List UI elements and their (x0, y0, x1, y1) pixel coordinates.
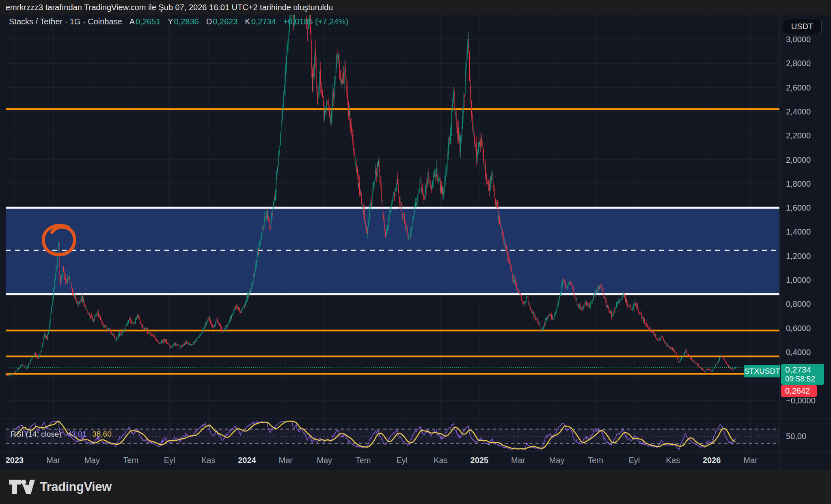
down-candle-bodies (6, 0, 735, 375)
price-tick-label: 1,4000 (786, 227, 811, 236)
time-tick-label: 2025 (471, 456, 489, 465)
time-tick-label: Mar (511, 456, 525, 465)
price-tick-label: 2,0000 (786, 155, 811, 164)
time-tick-label: 2024 (238, 456, 256, 465)
price-tick-label: 0,8000 (786, 299, 811, 308)
time-tick-label: 2026 (703, 456, 721, 465)
price-tick-label: 2,4000 (786, 107, 811, 116)
tradingview-logo[interactable]: TradingView (9, 480, 112, 494)
time-axis[interactable]: 2023MarMayTemEylKas2024MarMayTemEylKas20… (6, 456, 758, 465)
symbol-price-tag: STXUSDT (744, 365, 780, 377)
time-tick-label: Eyl (396, 456, 408, 465)
rsi-scale-label: 50,00 (786, 432, 806, 441)
time-tick-label: Eyl (629, 456, 640, 465)
tradingview-logo-text: TradingView (40, 480, 112, 494)
price-tick-label: 1,8000 (786, 179, 811, 188)
rsi-title[interactable]: RSI (14, close) (11, 430, 62, 439)
currency-toggle-button[interactable]: USDT (783, 19, 822, 34)
price-tick-label: 2,6000 (786, 83, 811, 92)
price-chart-canvas[interactable]: 3,00002,80002,60002,40002,20002,00001,80… (0, 0, 831, 504)
rsi-ma-value: 38,60 (92, 430, 112, 439)
ohlc-open: A0,2651 (130, 17, 161, 26)
symbol-legend: Stacks / Tether · 1G · Coinbase A0,2651 … (9, 17, 348, 26)
price-tick-label: 1,6000 (786, 203, 811, 212)
price-tick-label: −0,0000 (786, 396, 816, 405)
down-candle-wicks (6, 0, 735, 376)
tradingview-logo-icon (9, 480, 35, 494)
last-price-value: 0,2734 (785, 365, 824, 375)
price-change: +0,0185 (+7,24%) (283, 17, 348, 26)
rsi-value: 43,01 (67, 430, 87, 439)
symbol-title[interactable]: Stacks / Tether · 1G · Coinbase (9, 17, 122, 26)
footer: TradingView (0, 470, 831, 504)
time-tick-label: 2023 (6, 456, 24, 465)
time-tick-label: Eyl (164, 456, 175, 465)
time-tick-label: May (84, 456, 100, 465)
time-tick-label: May (549, 456, 565, 465)
time-tick-label: Tem (588, 456, 603, 465)
up-candle-wicks (6, 0, 736, 376)
up-candle-bodies (5, 0, 736, 376)
price-tick-label: 3,0000 (786, 35, 811, 44)
ohlc-high: Y0,2836 (168, 17, 199, 26)
tradingview-published-chart: emrkrzzz3 tarafından TradingView.com ile… (0, 0, 831, 504)
bar-countdown: 09:58:52 (785, 375, 824, 383)
time-tick-label: Mar (46, 456, 60, 465)
time-tick-label: Kas (201, 456, 215, 465)
price-tick-label: 2,8000 (786, 59, 811, 68)
last-price-badge: 0,2734 09:58:52 (781, 364, 824, 385)
price-tick-label: 0,4000 (786, 348, 811, 357)
time-tick-label: Mar (743, 456, 758, 465)
price-tick-label: 0,6000 (786, 324, 811, 333)
ohlc-close: K0,2734 (245, 17, 276, 26)
candlestick-series[interactable] (5, 0, 736, 376)
time-tick-label: May (317, 456, 332, 465)
time-tick-label: Kas (666, 456, 680, 465)
price-tick-label: 1,0000 (786, 276, 811, 284)
rsi-legend: RSI (14, close) 43,01 38,60 (11, 430, 112, 439)
price-tick-label: 1,2000 (786, 252, 811, 261)
time-tick-label: Tem (356, 456, 371, 465)
prev-close-badge: 0,2642 (781, 385, 817, 397)
ohlc-low: D0,2623 (206, 17, 238, 26)
time-tick-label: Kas (434, 456, 447, 465)
price-tick-label: 2,2000 (786, 131, 811, 140)
time-tick-label: Tem (123, 456, 138, 465)
time-tick-label: Mar (279, 456, 293, 465)
